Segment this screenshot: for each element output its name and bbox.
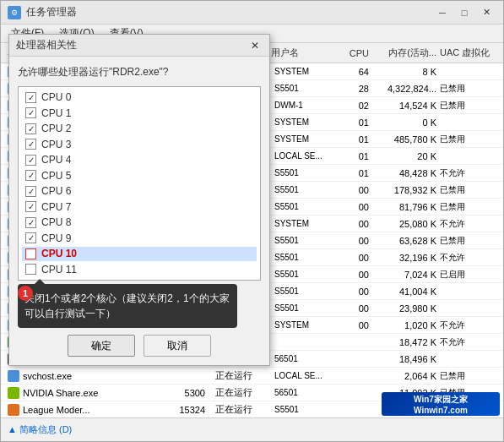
cpu-item-7[interactable]: CPU 7 (22, 200, 257, 215)
dialog-buttons: 确定 取消 (18, 335, 261, 357)
cancel-button[interactable]: 取消 (144, 335, 211, 357)
cpu-label-4: CPU 4 (41, 154, 71, 166)
dialog-title-bar: 处理器相关性 ✕ (9, 35, 269, 57)
title-controls: ─ □ ✕ (432, 4, 496, 21)
cpu-checkbox-6[interactable] (25, 186, 36, 197)
table-row[interactable]: svchost.exe 正在运行 LOCAL SE... 2,064 K 已禁用 (1, 368, 503, 385)
cpu-item-0[interactable]: CPU 0 (22, 90, 257, 105)
minimize-button[interactable]: ─ (432, 4, 453, 21)
window-title: 任务管理器 (26, 5, 77, 19)
cpu-label-1: CPU 1 (41, 107, 71, 119)
process-icon (8, 370, 19, 382)
tooltip-area: 1 关闭1个或者2个核心（建议关闭2，1个的大家可以自行测试一下） (18, 284, 261, 328)
cpu-checkbox-7[interactable] (25, 201, 36, 212)
cpu-item-4[interactable]: CPU 4 (22, 153, 257, 167)
cpu-checkbox-11[interactable] (25, 264, 36, 275)
dialog-question: 允许哪些处理器运行"RDR2.exe"? (18, 65, 261, 79)
cpu-label-2: CPU 2 (41, 123, 71, 134)
process-icon (8, 387, 19, 399)
cpu-checkbox-5[interactable] (25, 170, 36, 181)
cpu-list[interactable]: CPU 0 CPU 1 CPU 2 CPU 3 CPU 4 CPU 5 (18, 86, 261, 281)
app-icon: ⚙ (8, 6, 21, 19)
cpu-checkbox-1[interactable] (25, 107, 36, 118)
cpu-item-3[interactable]: CPU 3 (22, 138, 257, 152)
notification-badge: 1 (18, 286, 33, 301)
cpu-checkbox-10[interactable] (25, 248, 36, 259)
cpu-item-5[interactable]: CPU 5 (22, 169, 257, 183)
cpu-item-6[interactable]: CPU 6 (22, 184, 257, 199)
cpu-item-9[interactable]: CPU 9 (22, 232, 257, 246)
col-header-uac[interactable]: UAC 虚拟化 (440, 46, 490, 59)
cpu-label-7: CPU 7 (41, 201, 71, 213)
cpu-label-5: CPU 5 (41, 170, 71, 182)
tooltip-content: 关闭1个或者2个核心（建议关闭2，1个的大家可以自行测试一下） (18, 284, 237, 328)
watermark: Win7家园之家 Winwin7.com (382, 392, 500, 416)
confirm-button[interactable]: 确定 (68, 335, 135, 357)
cpu-label-8: CPU 8 (41, 216, 71, 228)
cpu-item-1[interactable]: CPU 1 (22, 106, 257, 121)
cpu-item-2[interactable]: CPU 2 (22, 122, 257, 136)
cpu-checkbox-9[interactable] (25, 232, 36, 243)
dialog-body: 允许哪些处理器运行"RDR2.exe"? CPU 0 CPU 1 CPU 2 C… (9, 57, 269, 365)
brief-info-label: ▲ 简略信息 (D) (8, 423, 72, 436)
col-header-cpu[interactable]: CPU (339, 48, 372, 58)
title-bar-left: ⚙ 任务管理器 (8, 5, 77, 19)
close-button[interactable]: ✕ (476, 4, 496, 21)
cpu-label-6: CPU 6 (41, 185, 71, 197)
status-bar: ▲ 简略信息 (D) (1, 417, 503, 441)
cpu-checkbox-2[interactable] (25, 123, 36, 134)
cpu-checkbox-3[interactable] (25, 139, 36, 150)
watermark-line2: Winwin7.com (414, 406, 468, 415)
title-bar: ⚙ 任务管理器 ─ □ ✕ (1, 1, 503, 25)
col-header-user[interactable]: 用户名 (271, 46, 339, 59)
cpu-label-0: CPU 0 (41, 91, 71, 103)
cpu-label-9: CPU 9 (41, 232, 71, 244)
cpu-label-11: CPU 11 (41, 264, 77, 276)
cpu-item-10[interactable]: CPU 10 (22, 247, 257, 261)
cpu-checkbox-4[interactable] (25, 155, 36, 166)
brief-info-button[interactable]: ▲ 简略信息 (D) (8, 423, 72, 436)
dialog-close-button[interactable]: ✕ (247, 38, 263, 53)
cpu-item-8[interactable]: CPU 8 (22, 216, 257, 230)
affinity-dialog: 处理器相关性 ✕ 允许哪些处理器运行"RDR2.exe"? CPU 0 CPU … (8, 34, 270, 366)
cpu-label-3: CPU 3 (41, 139, 71, 150)
maximize-button[interactable]: □ (454, 4, 474, 21)
cpu-item-11[interactable]: CPU 11 (22, 263, 257, 277)
process-icon (8, 404, 19, 416)
watermark-line1: Win7家园之家 (414, 394, 468, 406)
cpu-checkbox-0[interactable] (25, 92, 36, 103)
cpu-label-10: CPU 10 (41, 248, 77, 259)
cpu-checkbox-8[interactable] (25, 217, 36, 228)
col-header-memory[interactable]: 内存(活动... (372, 46, 440, 59)
dialog-title: 处理器相关性 (16, 38, 77, 52)
